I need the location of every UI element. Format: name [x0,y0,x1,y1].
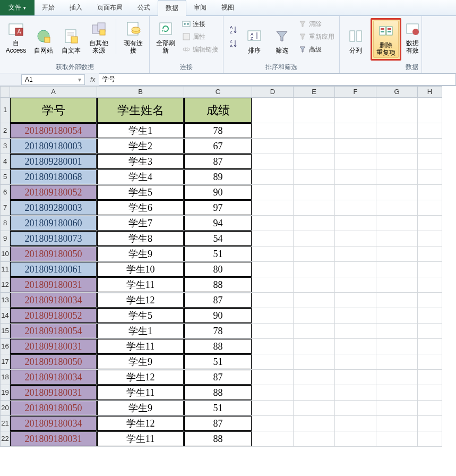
cell[interactable] [376,216,418,231]
cell[interactable] [294,200,335,216]
cell[interactable]: 学生12 [97,293,184,308]
cell[interactable] [252,200,294,216]
cell[interactable] [335,98,376,123]
cell[interactable] [335,339,376,354]
cell[interactable]: 201809180031 [10,431,97,447]
cell[interactable]: 学生1 [97,123,184,139]
tab-formulas[interactable]: 公式 [130,0,158,15]
cell[interactable]: 88 [184,277,252,293]
cell[interactable] [418,216,442,231]
cell[interactable] [335,185,376,200]
cell[interactable]: 学生12 [97,416,184,431]
cell[interactable] [376,139,418,154]
cell[interactable]: 201809180061 [10,262,97,277]
cell[interactable]: 51 [184,401,252,416]
properties-button[interactable]: 属性 [180,31,220,42]
cell[interactable] [294,231,335,246]
cell[interactable] [418,262,442,277]
cell[interactable] [252,308,294,324]
tab-file[interactable]: 文件 [0,0,35,15]
row-header[interactable]: 20 [0,401,10,416]
refresh-all-button[interactable]: 全部刷新 [153,18,178,55]
cell[interactable] [418,308,442,324]
cell[interactable] [335,123,376,139]
advanced-filter-button[interactable]: 高级 [297,44,336,55]
row-header[interactable]: 14 [0,308,10,324]
cell[interactable] [294,169,335,185]
col-header-H[interactable]: H [418,86,442,98]
existing-connections-button[interactable]: 现有连接 [121,18,146,55]
cell[interactable] [335,231,376,246]
cell[interactable] [376,231,418,246]
cell[interactable] [418,139,442,154]
cell[interactable]: 87 [184,416,252,431]
cell[interactable] [335,370,376,385]
cell[interactable]: 学生2 [97,139,184,154]
cell[interactable] [418,339,442,354]
row-header[interactable]: 8 [0,216,10,231]
row-header[interactable]: 2 [0,123,10,139]
cell[interactable] [335,324,376,339]
cell[interactable] [252,154,294,169]
cell[interactable] [252,262,294,277]
cell[interactable] [376,154,418,169]
cell[interactable] [376,98,418,123]
cell[interactable]: 78 [184,123,252,139]
cell[interactable] [418,324,442,339]
cell[interactable] [376,354,418,370]
cell[interactable] [335,308,376,324]
cell[interactable] [418,200,442,216]
cell[interactable]: 80 [184,262,252,277]
cell[interactable] [418,431,442,447]
cell[interactable]: 201809180050 [10,401,97,416]
formula-input[interactable]: 学号 [99,73,456,86]
cell[interactable] [418,401,442,416]
cell[interactable] [294,370,335,385]
cell[interactable] [335,216,376,231]
row-header[interactable]: 21 [0,416,10,431]
col-header-B[interactable]: B [97,86,184,98]
remove-duplicates-button[interactable]: 删除 重复项 [373,21,399,58]
cell[interactable] [418,385,442,401]
cell[interactable]: 学生11 [97,431,184,447]
cell[interactable]: 201809180031 [10,339,97,354]
cell[interactable] [252,324,294,339]
cell[interactable] [376,169,418,185]
cell[interactable] [418,370,442,385]
cell[interactable] [335,401,376,416]
connections-button[interactable]: 连接 [180,19,220,30]
tab-insert[interactable]: 插入 [62,0,90,15]
cell[interactable] [418,123,442,139]
row-header[interactable]: 7 [0,200,10,216]
cell[interactable] [252,123,294,139]
row-header[interactable]: 17 [0,354,10,370]
tab-review[interactable]: 审阅 [186,0,214,15]
cell[interactable] [335,139,376,154]
tab-data[interactable]: 数据 [158,0,186,16]
cell[interactable] [418,154,442,169]
cell[interactable] [252,231,294,246]
data-validation-button[interactable]: 数据 有效 [403,18,421,55]
row-header[interactable]: 3 [0,139,10,154]
row-header[interactable]: 16 [0,339,10,354]
filter-button[interactable]: 筛选 [269,18,295,55]
cell[interactable] [376,200,418,216]
clear-filter-button[interactable]: 清除 [297,19,336,30]
cell[interactable] [335,431,376,447]
cell[interactable] [376,293,418,308]
row-header[interactable]: 11 [0,262,10,277]
col-header-C[interactable]: C [184,86,252,98]
cell[interactable] [335,277,376,293]
cell[interactable] [294,216,335,231]
cell[interactable]: 54 [184,231,252,246]
cell[interactable]: 67 [184,139,252,154]
cell[interactable]: 201809180031 [10,277,97,293]
text-to-columns-button[interactable]: 分列 [343,18,368,55]
cell[interactable]: 学生4 [97,169,184,185]
cell[interactable]: 201809180052 [10,308,97,324]
row-header[interactable]: 18 [0,370,10,385]
cell[interactable] [252,431,294,447]
cell[interactable]: 201809180073 [10,231,97,246]
tab-home[interactable]: 开始 [35,0,62,15]
cell[interactable] [294,308,335,324]
